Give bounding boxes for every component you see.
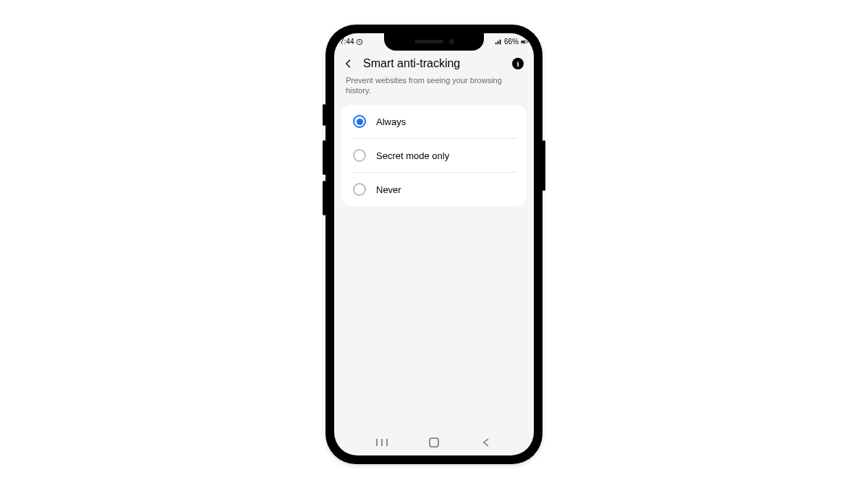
option-label: Always bbox=[376, 116, 406, 127]
page-subtitle: Prevent websites from seeing your browsi… bbox=[334, 75, 534, 106]
nav-back-button[interactable] bbox=[473, 435, 499, 450]
option-secret-mode-only[interactable]: Secret mode only bbox=[352, 139, 516, 173]
system-nav-bar bbox=[334, 431, 534, 455]
recent-apps-icon bbox=[375, 437, 388, 448]
options-card: Always Secret mode only Never bbox=[341, 105, 527, 206]
option-always[interactable]: Always bbox=[352, 105, 516, 139]
home-icon bbox=[428, 437, 440, 448]
option-never[interactable]: Never bbox=[352, 173, 516, 206]
radio-icon bbox=[353, 183, 366, 196]
phone-side-button bbox=[323, 104, 326, 126]
chevron-left-icon bbox=[481, 437, 491, 448]
option-label: Secret mode only bbox=[376, 150, 449, 161]
back-button[interactable] bbox=[341, 56, 356, 71]
battery-icon bbox=[521, 38, 528, 46]
page-title: Smart anti-tracking bbox=[363, 57, 505, 70]
option-label: Never bbox=[376, 184, 401, 195]
svg-rect-3 bbox=[522, 40, 525, 42]
chevron-left-icon bbox=[343, 58, 354, 69]
nav-recent-button[interactable] bbox=[369, 435, 395, 450]
phone-side-button bbox=[323, 140, 326, 175]
front-camera bbox=[449, 39, 454, 44]
phone-side-button bbox=[542, 140, 545, 191]
phone-frame: 7:44 66% Smart anti-tracking i Prevent w… bbox=[326, 25, 542, 464]
phone-side-button bbox=[323, 181, 326, 215]
radio-icon bbox=[353, 115, 366, 128]
speaker-grille bbox=[414, 40, 443, 43]
phone-notch bbox=[384, 33, 484, 51]
svg-rect-7 bbox=[430, 438, 438, 447]
svg-rect-2 bbox=[527, 41, 528, 43]
status-battery: 66% bbox=[504, 38, 519, 46]
radio-icon bbox=[353, 149, 366, 162]
app-header: Smart anti-tracking i bbox=[334, 51, 534, 75]
signal-icon bbox=[495, 38, 502, 46]
info-button[interactable]: i bbox=[512, 58, 524, 69]
status-time: 7:44 bbox=[340, 38, 354, 46]
nav-home-button[interactable] bbox=[421, 435, 447, 450]
clock-icon bbox=[356, 38, 363, 46]
screen: 7:44 66% Smart anti-tracking i Prevent w… bbox=[334, 33, 534, 455]
content-fill bbox=[334, 206, 534, 430]
